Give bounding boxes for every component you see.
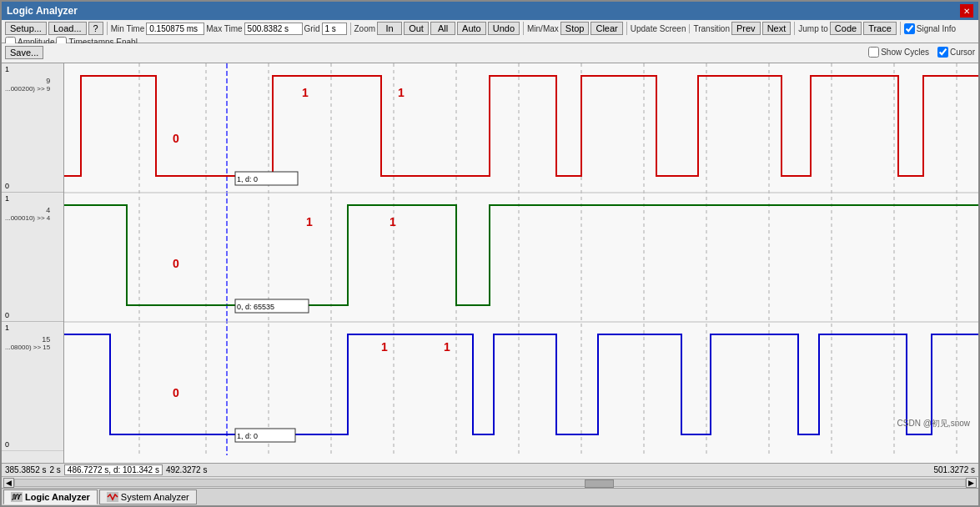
zoom-auto-button[interactable]: Auto (457, 22, 486, 35)
transition-group: Transition Prev Next (693, 22, 795, 35)
system-analyzer-tab-icon (107, 492, 118, 502)
toolbar: Setup... Load... ? Min Time 0.150875 ms … (2, 20, 978, 43)
stop-button[interactable]: Stop (560, 22, 590, 35)
show-cycles-checkbox[interactable] (868, 47, 879, 58)
zoom-in-button[interactable]: In (377, 22, 402, 35)
svg-text:1: 1 (306, 215, 313, 228)
file-group: Setup... Load... ? (5, 22, 108, 35)
status-far-right-time: 501.3272 s (934, 465, 976, 474)
main-window: Logic Analyzer ✕ Setup... Load... ? Min … (0, 0, 980, 507)
min-time-value: 0.150875 ms (146, 23, 204, 35)
watermark: CSDN @初见,snow (897, 418, 970, 429)
grid-value: 1 s (322, 23, 347, 35)
signal3-label-mid: ...08000) >> 15 (5, 344, 50, 351)
svg-text:1,  d: 0: 1, d: 0 (237, 175, 258, 183)
next-button[interactable]: Next (762, 22, 792, 35)
cursor-group: Cursor (937, 47, 975, 58)
signal-info-checkbox[interactable] (904, 23, 915, 34)
cursor-label: Cursor (950, 48, 975, 57)
setup-button[interactable]: Setup... (5, 22, 47, 35)
cursor-checkbox[interactable] (937, 47, 948, 58)
signal-labels: 1 9 ...000200) >> 9 0 1 4 ...000010) >> … (2, 63, 64, 463)
signal-chart-svg: 0 1 1 1, d: 0 0 1 1 0, d: 65535 (64, 63, 978, 463)
logic-analyzer-tab-icon (11, 492, 23, 502)
clear-button[interactable]: Clear (591, 22, 622, 35)
signal2-low: 0 (5, 311, 9, 319)
status-left-time: 385.3852 s (5, 465, 47, 474)
svg-text:1: 1 (389, 215, 396, 228)
signal-label-3: 1 15 ...08000) >> 15 0 (2, 322, 63, 451)
signal-label-1: 1 9 ...000200) >> 9 0 (2, 63, 63, 193)
jumpto-label: Jump to (798, 24, 828, 33)
time-group: Min Time 0.150875 ms Max Time 500.8382 s… (111, 23, 351, 35)
scroll-right-arrow[interactable]: ▶ (966, 478, 977, 488)
minmax-label: Min/Max (527, 24, 559, 33)
show-cycles-label: Show Cycles (881, 48, 929, 57)
min-time-label: Min Time (111, 24, 145, 33)
update-group: Update Screen (631, 24, 691, 33)
show-cycles-group: Show Cycles (868, 47, 929, 58)
main-area: 1 9 ...000200) >> 9 0 1 4 ...000010) >> … (2, 63, 978, 463)
close-button[interactable]: ✕ (960, 4, 973, 18)
signal2-high: 1 (5, 194, 9, 203)
grid-label: Grid (304, 24, 320, 33)
status-unit: 2 s (50, 465, 61, 474)
svg-text:0: 0 (173, 257, 179, 270)
minmax-group: Min/Max Stop Clear (527, 22, 627, 35)
signal2-label-top: 4 (5, 206, 50, 214)
tab-bar: Logic Analyzer System Analyzer (2, 488, 978, 505)
update-label: Update Screen (631, 24, 686, 33)
signal-info-group: Signal Info (904, 23, 956, 34)
status-bar: 385.3852 s 2 s 486.7272 s, d: 101.342 s … (2, 463, 978, 476)
zoom-undo-button[interactable]: Undo (488, 22, 520, 35)
signal3-low: 0 (5, 440, 9, 449)
signal2-label-mid: ...000010) >> 4 (5, 214, 50, 222)
zoom-group: Zoom In Out All Auto Undo (354, 22, 525, 35)
svg-text:0: 0 (173, 386, 179, 399)
toolbar2: Save... Show Cycles Cursor (2, 43, 978, 63)
signal3-label-top: 15 (5, 335, 50, 344)
svg-text:1: 1 (398, 86, 405, 99)
status-right-time: 492.3272 s (166, 465, 208, 474)
zoom-all-button[interactable]: All (430, 22, 455, 35)
signal-label-2: 1 4 ...000010) >> 4 0 (2, 193, 63, 322)
save-button[interactable]: Save... (5, 46, 43, 59)
horizontal-scrollbar: ◀ ▶ (2, 476, 978, 488)
svg-text:1: 1 (381, 340, 388, 354)
status-cursor-time: 486.7272 s, d: 101.342 s (64, 464, 163, 475)
chart-area[interactable]: 0 1 1 1, d: 0 0 1 1 0, d: 65535 (64, 63, 978, 463)
svg-text:1: 1 (444, 340, 450, 354)
tab-system-analyzer[interactable]: System Analyzer (99, 489, 197, 504)
scroll-thumb[interactable] (585, 479, 614, 488)
svg-text:1: 1 (302, 86, 309, 99)
zoom-out-button[interactable]: Out (404, 22, 429, 35)
code-button[interactable]: Code (830, 22, 862, 35)
tab-logic-label: Logic Analyzer (25, 492, 90, 502)
svg-text:0: 0 (173, 132, 179, 145)
trace-button[interactable]: Trace (863, 22, 897, 35)
signal1-low: 0 (5, 182, 9, 190)
signal1-high: 1 (5, 65, 9, 73)
max-time-value: 500.8382 s (244, 23, 303, 35)
transition-label: Transition (693, 24, 730, 33)
signal-info-label: Signal Info (917, 24, 956, 33)
tab-logic-analyzer[interactable]: Logic Analyzer (3, 489, 98, 504)
load-button[interactable]: Load... (48, 22, 87, 35)
title-bar: Logic Analyzer ✕ (2, 2, 978, 20)
max-time-label: Max Time (206, 24, 242, 33)
svg-text:1,  d: 0: 1, d: 0 (237, 432, 258, 440)
prev-button[interactable]: Prev (731, 22, 761, 35)
zoom-label: Zoom (354, 24, 376, 33)
jumpto-group: Jump to Code Trace (798, 22, 901, 35)
tab-system-label: System Analyzer (121, 492, 189, 502)
signal1-label-mid: ...000200) >> 9 (5, 85, 50, 93)
help-button[interactable]: ? (88, 22, 103, 35)
signal1-label-top: 9 (5, 77, 50, 85)
signal3-high: 1 (5, 324, 9, 332)
svg-text:0,  d: 65535: 0, d: 65535 (237, 303, 274, 311)
scroll-left-arrow[interactable]: ◀ (3, 478, 14, 488)
svg-rect-32 (11, 492, 23, 502)
window-title: Logic Analyzer (7, 5, 78, 17)
